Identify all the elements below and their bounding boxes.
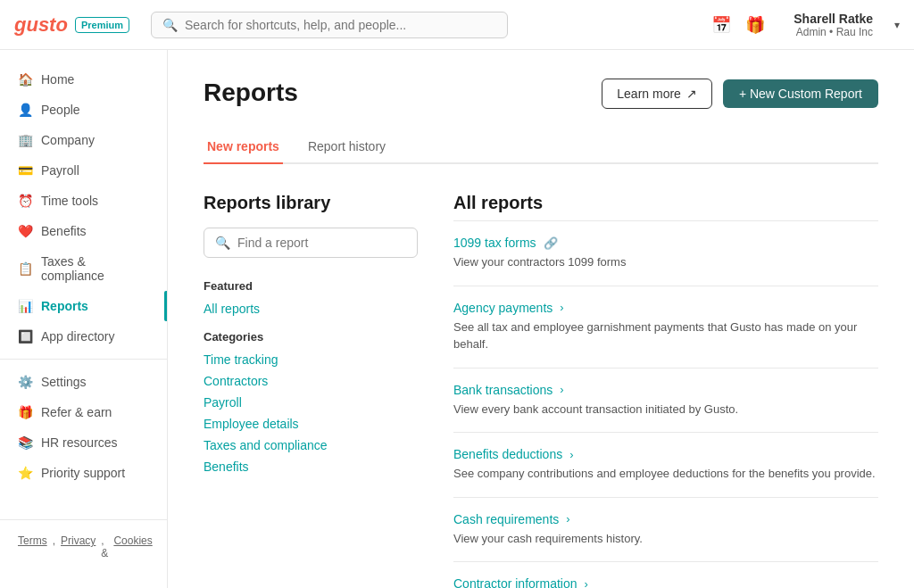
sidebar-item-payroll[interactable]: 💳 Payroll [0,155,167,186]
taxes-icon: 📋 [18,261,32,276]
reports-library-title: Reports library [204,193,418,213]
find-report-search[interactable]: 🔍 [204,228,418,258]
sidebar-item-app-directory[interactable]: 🔲 App directory [0,321,167,352]
search-icon: 🔍 [162,18,178,32]
payroll-link[interactable]: Payroll [204,395,418,410]
main-content: Reports Learn more ↗ + New Custom Report… [168,50,914,588]
report-1099-desc: View your contractors 1099 forms [453,253,878,271]
sidebar-item-settings[interactable]: ⚙️ Settings [0,367,167,397]
sidebar-item-benefits[interactable]: ❤️ Benefits [0,216,167,246]
report-1099-link[interactable]: 1099 tax forms [453,236,536,250]
footer-links: Terms , Privacy , & Cookies [18,534,149,559]
company-icon: 🏢 [18,133,32,147]
report-item-header: Cash requirements › [453,512,878,526]
reports-icon: 📊 [18,299,32,313]
report-item-header: Agency payments › [453,301,878,315]
arrow-icon: › [566,512,569,526]
categories-title: Categories [204,330,418,344]
sidebar-item-label: HR resources [41,435,118,450]
sidebar-item-refer-earn[interactable]: 🎁 Refer & earn [0,397,167,427]
sidebar: 🏠 Home 👤 People 🏢 Company 💳 Payroll ⏰ Ti… [0,50,168,588]
report-item-header: 1099 tax forms 🔗 [453,236,878,250]
categories-section: Categories Time tracking Contractors Pay… [204,330,418,474]
all-reports-panel: All reports 1099 tax forms 🔗 View your c… [453,193,878,588]
external-link-icon: ↗ [686,87,697,101]
cookies-link[interactable]: Cookies [113,534,152,559]
header-actions: Learn more ↗ + New Custom Report [602,79,878,109]
report-benefits-deductions-desc: See company contributions and employee d… [453,465,878,483]
featured-title: Featured [204,279,418,293]
taxes-compliance-link[interactable]: Taxes and compliance [204,438,418,452]
sidebar-footer: Terms , Privacy , & Cookies [0,519,167,574]
premium-badge: Premium [75,17,129,33]
privacy-link[interactable]: Privacy [61,534,96,559]
learn-more-button[interactable]: Learn more ↗ [602,79,712,109]
all-reports-title: All reports [453,193,878,213]
benefits-link[interactable]: Benefits [204,460,418,474]
report-agency-link[interactable]: Agency payments [453,301,553,315]
report-cash-link[interactable]: Cash requirements [453,512,559,526]
all-reports-link[interactable]: All reports [204,302,418,316]
report-item-cash: Cash requirements › View your cash requi… [453,498,878,563]
user-name: Sharell Ratke [794,12,873,26]
find-report-input[interactable] [237,236,406,250]
new-custom-report-button[interactable]: + New Custom Report [723,79,878,108]
gift-icon[interactable]: 🎁 [745,15,765,35]
report-agency-desc: See all tax and employee garnishment pay… [453,319,878,353]
tab-report-history[interactable]: Report history [304,130,389,164]
sidebar-item-label: Payroll [41,163,79,178]
arrow-icon: › [569,448,573,461]
home-icon: 🏠 [18,72,32,87]
sidebar-item-reports[interactable]: 📊 Reports [0,291,167,321]
new-report-label: + New Custom Report [739,87,862,101]
sidebar-item-label: Taxes & compliance [41,254,149,283]
employee-details-link[interactable]: Employee details [204,417,418,431]
arrow-icon: › [560,301,563,314]
sidebar-item-home[interactable]: 🏠 Home [0,64,167,95]
report-item-header: Contractor information › [453,576,878,588]
terms-link[interactable]: Terms [18,534,47,559]
report-item-agency: Agency payments › See all tax and employ… [453,286,878,369]
contractors-link[interactable]: Contractors [204,374,418,388]
report-contractor-info-link[interactable]: Contractor information [453,576,577,588]
search-bar[interactable]: 🔍 [151,12,508,38]
report-bank-link[interactable]: Bank transactions [453,383,553,397]
report-item-header: Benefits deductions › [453,447,878,461]
sidebar-item-priority-support[interactable]: ⭐ Priority support [0,458,167,488]
sidebar-item-company[interactable]: 🏢 Company [0,125,167,155]
sidebar-item-time-tools[interactable]: ⏰ Time tools [0,186,167,216]
tabs: New reports Report history [204,130,878,164]
sidebar-item-people[interactable]: 👤 People [0,95,167,125]
search-report-icon: 🔍 [215,236,230,250]
sidebar-item-label: Priority support [41,466,125,480]
sidebar-item-label: Settings [41,375,87,389]
user-role: Admin • Rau Inc [796,26,873,38]
people-icon: 👤 [18,103,32,117]
arrow-icon: › [585,577,588,589]
sidebar-item-taxes[interactable]: 📋 Taxes & compliance [0,246,167,291]
sidebar-item-hr-resources[interactable]: 📚 HR resources [0,427,167,458]
chevron-down-icon[interactable]: ▾ [894,19,900,31]
page-header: Reports Learn more ↗ + New Custom Report [204,79,878,109]
layout: 🏠 Home 👤 People 🏢 Company 💳 Payroll ⏰ Ti… [0,50,914,588]
report-benefits-deductions-link[interactable]: Benefits deductions [453,447,562,461]
sidebar-divider [0,359,167,367]
report-cash-desc: View your cash requirements history. [453,530,878,548]
sidebar-item-label: Refer & earn [41,405,112,419]
payroll-icon: 💳 [18,163,32,178]
time-tools-icon: ⏰ [18,194,32,208]
sidebar-item-label: Time tools [41,194,98,208]
page-title: Reports [204,79,298,107]
sidebar-item-label: People [41,103,80,117]
report-bank-desc: View every bank account transaction init… [453,401,878,418]
search-input[interactable] [185,18,496,32]
time-tracking-link[interactable]: Time tracking [204,352,418,367]
footer-separator2: , & [101,534,108,559]
benefits-icon: ❤️ [18,224,32,238]
calendar-icon[interactable]: 📅 [711,15,731,35]
chain-icon: 🔗 [544,236,558,250]
user-info: Sharell Ratke Admin • Rau Inc [794,12,873,38]
tab-new-reports[interactable]: New reports [204,130,283,164]
sidebar-item-label: App directory [41,329,114,344]
sidebar-item-label: Benefits [41,224,87,238]
